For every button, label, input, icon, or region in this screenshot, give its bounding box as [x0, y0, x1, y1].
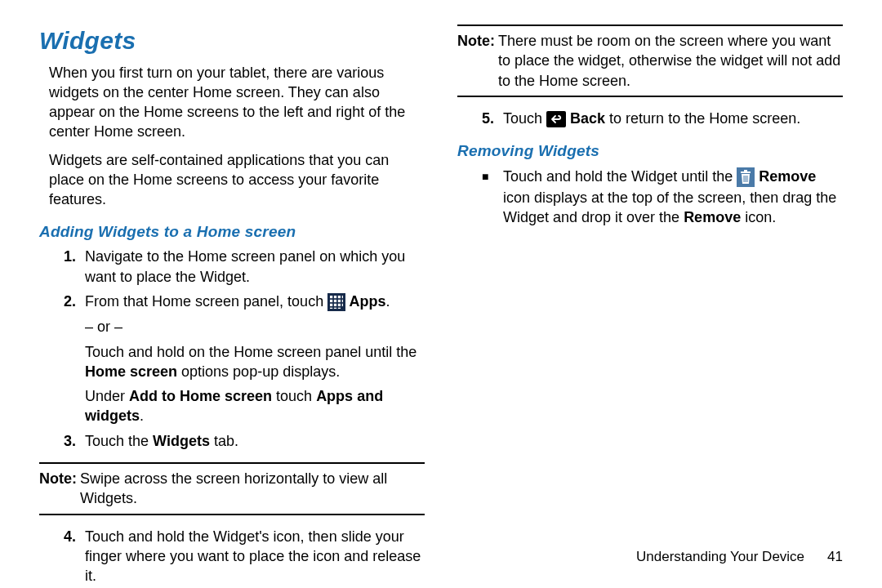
back-label: Back — [566, 110, 605, 127]
svg-rect-5 — [334, 300, 336, 302]
svg-rect-4 — [330, 300, 332, 302]
text-fragment: Touch the — [85, 433, 153, 449]
step-1: 1. Navigate to the Home screen panel on … — [64, 247, 425, 287]
step-number: 2. — [64, 292, 85, 312]
text-fragment: From that Home screen panel, touch — [85, 293, 327, 310]
note-text: There must be room on the screen where y… — [498, 31, 843, 91]
step-text: Navigate to the Home screen panel on whi… — [85, 247, 425, 287]
svg-rect-14 — [334, 308, 336, 309]
svg-rect-1 — [330, 296, 332, 298]
remove-trash-icon — [737, 167, 755, 187]
step-number: 1. — [64, 247, 85, 287]
svg-rect-12 — [342, 304, 343, 306]
manual-page: Widgets When you first turn on your tabl… — [0, 0, 882, 588]
two-column-layout: Widgets When you first turn on your tabl… — [39, 24, 843, 588]
step-number: 5. — [482, 109, 503, 129]
svg-rect-15 — [338, 308, 341, 309]
remove-label: Remove — [755, 168, 816, 185]
subheading-adding-widgets: Adding Widgets to a Home screen — [39, 221, 425, 243]
right-column: Note: There must be room on the screen w… — [457, 24, 843, 588]
step-text: Touch and hold the Widget's icon, then s… — [85, 527, 425, 586]
text-fragment: Touch and hold on the Home screen panel … — [85, 344, 416, 360]
svg-rect-9 — [338, 304, 341, 306]
note-content: Note: There must be room on the screen w… — [457, 26, 843, 96]
note-label: Note: — [457, 31, 495, 91]
bullet-text: Touch and hold the Widget until the Remo… — [503, 167, 843, 227]
intro-paragraph-2: Widgets are self-contained applications … — [49, 150, 425, 210]
note-room: Note: There must be room on the screen w… — [457, 24, 843, 97]
svg-rect-13 — [330, 308, 332, 309]
svg-rect-2 — [334, 296, 336, 298]
text-fragment: touch — [272, 388, 316, 404]
or-separator: – or – — [85, 317, 425, 336]
note-text: Swipe across the screen horizontally to … — [80, 469, 425, 509]
text-fragment: Touch and hold the Widget until the — [503, 168, 737, 185]
apps-label: Apps — [345, 293, 385, 310]
removing-bullet: ■ Touch and hold the Widget until the Re… — [482, 167, 843, 227]
svg-rect-11 — [342, 300, 343, 302]
step-3: 3. Touch the Widgets tab. — [64, 431, 425, 451]
note-label: Note: — [39, 469, 77, 509]
note-rule-bottom — [39, 514, 425, 515]
step-text: Touch the Widgets tab. — [85, 431, 425, 451]
home-screen-label: Home screen — [85, 363, 177, 380]
svg-rect-19 — [744, 170, 747, 172]
text-fragment: . — [385, 293, 390, 310]
step-number: 4. — [64, 527, 85, 586]
back-icon — [546, 109, 566, 128]
text-fragment: tab. — [210, 433, 238, 449]
text-fragment: . — [140, 408, 144, 424]
widgets-tab-label: Widgets — [153, 433, 210, 449]
footer-section-title: Understanding Your Device — [636, 548, 804, 567]
text-fragment: Touch — [503, 110, 546, 127]
heading-widgets: Widgets — [39, 24, 425, 58]
svg-rect-10 — [342, 296, 343, 298]
step-5: 5. Touch Back to return to the Home scre… — [482, 109, 843, 129]
svg-rect-7 — [330, 304, 332, 306]
text-fragment: icon displays at the top of the screen, … — [503, 189, 836, 225]
svg-rect-3 — [338, 296, 341, 298]
text-fragment: Under — [85, 388, 129, 404]
step-2: 2. From that Home screen panel, touch Ap… — [64, 292, 425, 312]
text-fragment: options pop-up displays. — [177, 363, 340, 380]
text-fragment: to return to the Home screen. — [605, 110, 800, 127]
note-swipe: Note: Swipe across the screen horizontal… — [39, 462, 425, 515]
bullet-marker: ■ — [482, 167, 503, 227]
step-text: Touch Back to return to the Home screen. — [503, 109, 843, 129]
svg-rect-8 — [334, 304, 336, 306]
page-footer: Understanding Your Device 41 — [636, 548, 843, 567]
add-to-home-label: Add to Home screen — [129, 388, 272, 404]
step-2-alt-2: Under Add to Home screen touch Apps and … — [85, 386, 425, 426]
step-2-alt-1: Touch and hold on the Home screen panel … — [85, 342, 425, 382]
svg-rect-18 — [741, 172, 751, 173]
svg-rect-6 — [338, 300, 341, 302]
intro-paragraph-1: When you first turn on your tablet, ther… — [49, 63, 425, 142]
text-fragment: icon. — [741, 209, 776, 225]
note-content: Note: Swipe across the screen horizontal… — [39, 464, 425, 514]
note-rule-bottom — [457, 96, 843, 97]
subheading-removing-widgets: Removing Widgets — [457, 140, 843, 162]
apps-grid-icon — [327, 292, 345, 311]
step-text: From that Home screen panel, touch Apps. — [85, 292, 425, 312]
left-column: Widgets When you first turn on your tabl… — [39, 24, 425, 588]
step-number: 3. — [64, 431, 85, 451]
step-4: 4. Touch and hold the Widget's icon, the… — [64, 527, 425, 586]
remove-label-2: Remove — [684, 209, 741, 225]
footer-page-number: 41 — [827, 548, 843, 567]
